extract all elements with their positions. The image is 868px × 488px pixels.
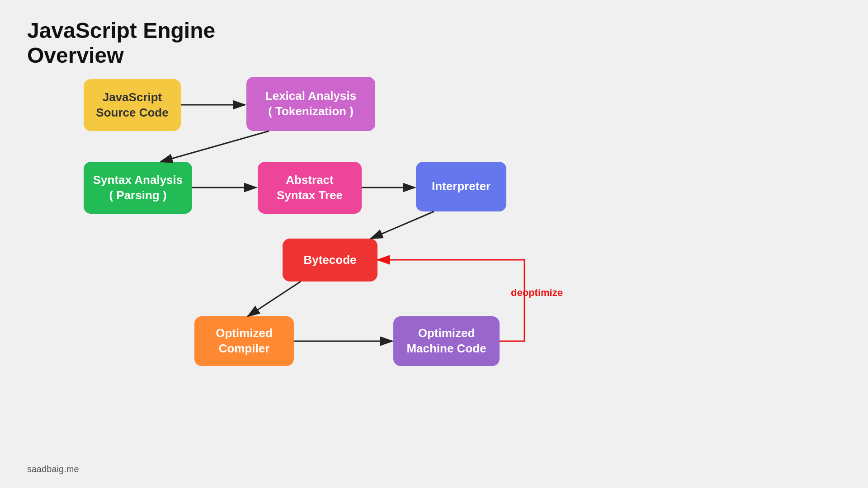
- arrows-diagram: [0, 0, 868, 488]
- node-lexical: Lexical Analysis ( Tokenization ): [246, 77, 375, 131]
- node-bytecode: Bytecode: [283, 239, 377, 282]
- footer-text: saadbaig.me: [27, 464, 79, 474]
- arrow-lexical-to-syntax: [160, 131, 269, 162]
- arrow-bytecode-to-compiler: [248, 282, 301, 316]
- node-js-source: JavaScript Source Code: [84, 79, 181, 131]
- node-optimized-machine-code: Optimized Machine Code: [393, 316, 500, 366]
- node-ast: Abstract Syntax Tree: [258, 162, 362, 214]
- page-title: JavaScript Engine Overview: [27, 18, 215, 68]
- node-optimized-compiler: Optimized Compiler: [194, 316, 294, 366]
- deoptimize-label: deoptimize: [511, 287, 563, 299]
- node-syntax-analysis: Syntax Analysis ( Parsing ): [84, 162, 192, 214]
- node-interpreter: Interpreter: [416, 162, 506, 211]
- arrow-interpreter-to-bytecode: [371, 211, 434, 239]
